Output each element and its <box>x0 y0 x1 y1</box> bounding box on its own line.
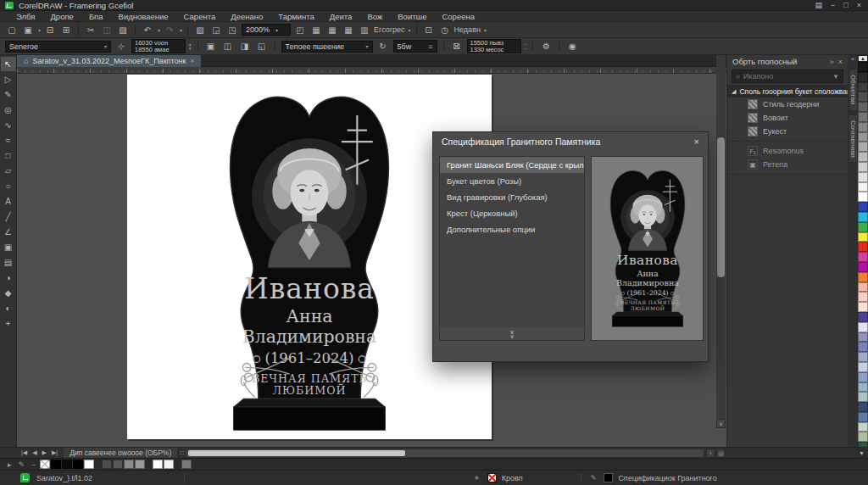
open-button[interactable]: ▣ <box>21 24 35 36</box>
position-fields[interactable]: 16030 vоон 18550 амае <box>131 39 186 53</box>
palette-swatch[interactable] <box>858 182 868 192</box>
document-swatch[interactable] <box>113 460 123 469</box>
rotate-button[interactable]: ↻ <box>376 40 390 53</box>
ellipse-tool[interactable]: ○ <box>1 179 16 193</box>
toolbar-options-icon[interactable]: ▤ <box>815 1 823 9</box>
document-tab[interactable]: ⌂ Saratov_v_31.03.2022_MesnoeГК_Пакптонк… <box>17 55 201 67</box>
cut-button[interactable]: ✂ <box>84 24 97 36</box>
menu-item[interactable]: Дропе <box>42 12 81 21</box>
palette-swatch[interactable] <box>858 252 868 262</box>
show-rulers-button[interactable]: ▥ <box>358 24 371 36</box>
palette-swatch[interactable] <box>858 272 868 282</box>
palette-swatch[interactable] <box>858 102 868 112</box>
undo-button[interactable]: ↶ <box>141 24 154 36</box>
remove-color-icon[interactable]: − <box>29 460 38 469</box>
docker-extra-item[interactable]: ▣ Ретепа <box>727 158 848 171</box>
palette-swatch[interactable] <box>858 62 868 72</box>
position-spinner[interactable]: ▴ ▾ <box>189 42 192 51</box>
spec-list-item[interactable]: Гранит Шаньси Бляк (Сердце с крылом) <box>440 157 584 173</box>
tab-close-icon[interactable]: × <box>190 57 194 64</box>
scroll-down-icon[interactable]: ∨ <box>716 419 726 428</box>
close-button[interactable]: × <box>857 1 861 9</box>
palette-swatch[interactable] <box>858 352 868 362</box>
horizontal-scrollbar[interactable] <box>186 449 704 457</box>
docker-extra-item[interactable]: F₁ Resomonus <box>727 144 848 158</box>
strip-close-icon[interactable]: × <box>848 55 858 65</box>
palette-swatch[interactable] <box>858 82 868 92</box>
palette-swatch[interactable] <box>858 72 868 82</box>
palette-flyout-icon[interactable]: ▸ <box>5 460 14 469</box>
page-nav-button[interactable]: ▶ <box>40 449 49 456</box>
palette-swatch[interactable] <box>858 392 868 402</box>
menu-item[interactable]: Деита <box>322 12 360 21</box>
recent-clock-icon[interactable]: ◷ <box>438 24 452 36</box>
document-swatch[interactable] <box>135 460 145 469</box>
mirror-vertical-button[interactable]: ◫ <box>221 40 235 53</box>
menu-item[interactable]: Сарента <box>176 12 224 21</box>
palette-swatch[interactable] <box>858 342 868 352</box>
palette-swatch[interactable] <box>858 242 868 252</box>
add-tools-button[interactable]: + <box>1 316 16 331</box>
smear-tool[interactable]: ✎ <box>1 87 16 102</box>
document-swatch[interactable] <box>124 460 134 469</box>
scroll-more-indicator[interactable]: ∨ ∨ <box>439 327 585 341</box>
borders-dropdown-icon[interactable]: ▾ <box>409 27 411 33</box>
units-select[interactable]: Тепоее пшеение ▾ <box>281 41 373 53</box>
palette-swatch[interactable] <box>858 122 868 132</box>
palette-swatch[interactable] <box>858 402 868 412</box>
palette-swatch[interactable] <box>858 412 868 422</box>
image-adjust-button[interactable]: ▧ <box>193 24 207 36</box>
palette-swatch[interactable] <box>858 332 868 343</box>
minimize-button[interactable]: − <box>831 1 835 9</box>
print-button[interactable]: ⊞ <box>59 24 73 36</box>
undo-dropdown-icon[interactable]: ▾ <box>158 27 160 33</box>
menu-item[interactable]: Видноваение <box>111 12 176 21</box>
monument-artwork[interactable] <box>219 89 400 437</box>
palette-swatch[interactable] <box>858 222 868 232</box>
save-button[interactable]: ⊟ <box>43 24 57 36</box>
settings-gear-button[interactable]: ⚙ <box>539 40 553 53</box>
filter-icon[interactable]: ▼ <box>832 73 839 81</box>
preset-select[interactable]: Seneroe ▾ <box>5 41 111 53</box>
size-fields[interactable]: 15500 пывз 1330 месос <box>467 39 521 53</box>
docker-style-item[interactable]: Вовоит <box>727 111 848 125</box>
menu-item[interactable]: Бпа <box>81 12 111 21</box>
palette-swatch[interactable] <box>858 302 868 312</box>
launch-preview-button[interactable]: ◉ <box>565 40 579 53</box>
artistic-media-tool[interactable]: ≈ <box>1 133 16 148</box>
pick-tool[interactable]: ↖ <box>1 57 16 71</box>
fullscreen-preview-button[interactable]: ◰ <box>293 24 307 36</box>
expand-icon[interactable]: ◢ <box>732 88 736 95</box>
snap-grid-button[interactable]: ▦ <box>326 24 339 36</box>
nudge-field[interactable]: 5бw ≡ <box>393 40 437 53</box>
new-document-button[interactable]: ▢ <box>5 24 19 36</box>
zoom-level-select[interactable]: 2000% ▾ <box>242 24 291 36</box>
dialog-titlebar[interactable]: Спецификация Гранитного Памятника × <box>433 132 708 151</box>
show-grid-button[interactable]: ▦ <box>309 24 323 36</box>
document-swatch[interactable] <box>164 460 174 469</box>
page-tab[interactable]: Дип савеенее owoooe (ОБР%) <box>64 448 177 459</box>
palette-swatch[interactable] <box>858 232 868 242</box>
rectangle-tool[interactable]: □ <box>1 148 16 163</box>
text-tool[interactable]: A <box>1 194 16 209</box>
document-swatch[interactable] <box>73 460 83 469</box>
palette-swatch[interactable] <box>858 202 868 212</box>
docker-collapse-icon[interactable]: » <box>830 58 834 66</box>
menu-item[interactable]: Воитше <box>390 12 434 21</box>
connector-tool[interactable]: ∠ <box>1 225 16 239</box>
export-button[interactable]: ◳ <box>225 24 239 36</box>
palette-swatch[interactable] <box>858 312 868 322</box>
weld-button[interactable]: ◨ <box>238 40 252 53</box>
spec-list-item[interactable]: Букет цветов (Розы) <box>440 173 584 189</box>
docker-tab-properties[interactable]: Сочгнениаи <box>849 114 858 164</box>
curve-tool[interactable]: ∿ <box>1 118 16 132</box>
frame-tool[interactable]: ▣ <box>1 240 16 254</box>
spec-list-item[interactable]: Дополнительные опции <box>440 221 584 237</box>
fill-none-swatch[interactable] <box>487 473 497 482</box>
eyedropper-icon[interactable]: ✎ <box>16 460 28 469</box>
vertical-scrollbar-thumb[interactable] <box>717 137 725 277</box>
horizontal-scrollbar-thumb[interactable] <box>188 450 405 456</box>
page-nav-button[interactable]: ▶| <box>49 449 60 456</box>
palette-swatch[interactable] <box>858 362 868 372</box>
palette-swatch[interactable] <box>858 212 868 222</box>
